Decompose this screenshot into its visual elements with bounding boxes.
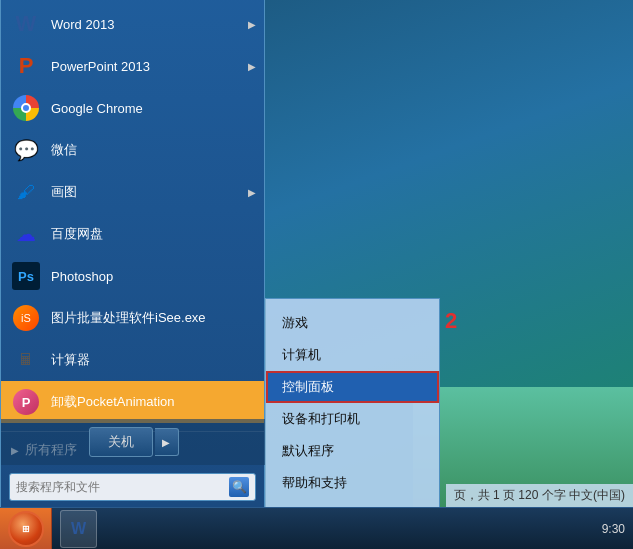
photoshop-icon: Ps bbox=[11, 261, 41, 291]
right-panel-item-label: 默认程序 bbox=[282, 443, 334, 458]
right-panel-item-label: 控制面板 bbox=[282, 379, 334, 394]
taskbar: ⊞ W 9:30 bbox=[0, 507, 633, 549]
menu-item-chrome[interactable]: Google Chrome bbox=[1, 87, 264, 129]
menu-item-label: Word 2013 bbox=[51, 17, 114, 32]
calculator-icon: 🖩 bbox=[11, 345, 41, 375]
right-panel-item-computer[interactable]: 计算机 bbox=[266, 339, 439, 371]
search-button[interactable]: 🔍 bbox=[229, 477, 249, 497]
start-orb: ⊞ bbox=[8, 511, 44, 547]
menu-item-label: 卸载PocketAnimation bbox=[51, 393, 175, 411]
right-panel-item-games[interactable]: 游戏 bbox=[266, 307, 439, 339]
menu-item-paint[interactable]: 🖌 画图 ▶ bbox=[1, 171, 264, 213]
right-panel-item-help[interactable]: 帮助和支持 bbox=[266, 467, 439, 499]
menu-item-label: 百度网盘 bbox=[51, 225, 103, 243]
menu-item-word[interactable]: W Word 2013 ▶ bbox=[1, 3, 264, 45]
right-panel-item-label: 计算机 bbox=[282, 347, 321, 362]
menu-item-wechat[interactable]: 💬 微信 bbox=[1, 129, 264, 171]
search-box: 🔍 bbox=[9, 473, 256, 501]
menu-item-photoshop[interactable]: Ps Photoshop bbox=[1, 255, 264, 297]
menu-item-baidu[interactable]: ☁ 百度网盘 bbox=[1, 213, 264, 255]
menu-item-calculator[interactable]: 🖩 计算器 bbox=[1, 339, 264, 381]
shutdown-area: 关机 ▶ bbox=[1, 419, 266, 465]
paint-icon: 🖌 bbox=[11, 177, 41, 207]
chrome-icon bbox=[11, 93, 41, 123]
ppt-icon: P bbox=[11, 51, 41, 81]
submenu-arrow-icon: ▶ bbox=[248, 61, 256, 72]
word-icon: W bbox=[11, 9, 41, 39]
start-menu-list: ✕ 强力卸载电脑中的软件 W Word 2013 ▶ P PowerPoint … bbox=[1, 0, 264, 427]
taskbar-word-icon: W bbox=[71, 520, 86, 538]
submenu-arrow-icon: ▶ bbox=[248, 187, 256, 198]
menu-item-label: PowerPoint 2013 bbox=[51, 59, 150, 74]
menu-item-label: 画图 bbox=[51, 183, 77, 201]
menu-item-label: Photoshop bbox=[51, 269, 113, 284]
right-panel-item-label: 设备和打印机 bbox=[282, 411, 360, 426]
start-button[interactable]: ⊞ bbox=[0, 508, 52, 550]
menu-item-label: 图片批量处理软件iSee.exe bbox=[51, 309, 206, 327]
menu-item-ppt[interactable]: P PowerPoint 2013 ▶ bbox=[1, 45, 264, 87]
wechat-icon: 💬 bbox=[11, 135, 41, 165]
menu-item-label: 计算器 bbox=[51, 351, 90, 369]
right-panel-item-label: 游戏 bbox=[282, 315, 308, 330]
windows-logo: ⊞ bbox=[22, 524, 30, 534]
shutdown-button[interactable]: 关机 bbox=[89, 427, 153, 457]
submenu-arrow-icon: ▶ bbox=[248, 19, 256, 30]
search-input[interactable] bbox=[16, 480, 229, 494]
right-panel-item-label: 帮助和支持 bbox=[282, 475, 347, 490]
menu-item-isee[interactable]: iS 图片批量处理软件iSee.exe bbox=[1, 297, 264, 339]
right-panel-item-devices[interactable]: 设备和打印机 bbox=[266, 403, 439, 435]
isee-icon: iS bbox=[11, 303, 41, 333]
right-panel-item-default-programs[interactable]: 默认程序 bbox=[266, 435, 439, 467]
baidu-icon: ☁ bbox=[11, 219, 41, 249]
status-bar: 页，共 1 页 120 个字 中文(中国) bbox=[446, 484, 633, 507]
annotation-number-2: 2 bbox=[445, 308, 457, 334]
right-panel-item-control-panel[interactable]: 控制面板 bbox=[266, 371, 439, 403]
status-text: 页，共 1 页 120 个字 中文(中国) bbox=[454, 488, 625, 502]
taskbar-item-word[interactable]: W bbox=[60, 510, 97, 548]
menu-item-label: 微信 bbox=[51, 141, 77, 159]
uninstall-pocket-icon: P bbox=[11, 387, 41, 417]
shutdown-arrow-button[interactable]: ▶ bbox=[155, 428, 179, 456]
taskbar-time: 9:30 bbox=[602, 522, 625, 536]
start-right-panel: 游戏 计算机 控制面板 设备和打印机 默认程序 帮助和支持 bbox=[265, 298, 440, 507]
menu-item-uninstall-pocket[interactable]: P 卸载PocketAnimation bbox=[1, 381, 264, 423]
start-menu: ✕ 强力卸载电脑中的软件 W Word 2013 ▶ P PowerPoint … bbox=[0, 0, 265, 507]
menu-item-label: Google Chrome bbox=[51, 101, 143, 116]
